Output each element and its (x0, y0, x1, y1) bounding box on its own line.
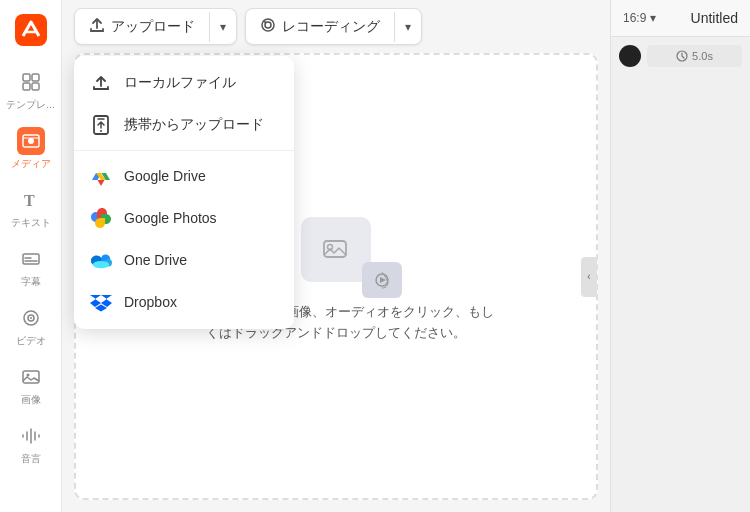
dropdown-item-local[interactable]: ローカルファイル (74, 62, 294, 104)
collapse-panel-button[interactable]: ‹ (581, 257, 597, 297)
video-icon (17, 304, 45, 332)
upload-main-button[interactable]: アップロード (75, 9, 209, 44)
right-panel-header: 16:9 ▾ Untitled (611, 0, 750, 37)
svg-point-6 (28, 138, 34, 144)
image-label: 画像 (21, 394, 41, 406)
sidebar-item-template[interactable]: テンプレ... (0, 60, 61, 119)
subtitle-icon (17, 245, 45, 273)
media-label: メディア (11, 158, 51, 170)
recording-button-group: レコーディング ▾ (245, 8, 422, 45)
right-panel: 16:9 ▾ Untitled 5.0s (610, 0, 750, 512)
text-icon: T (17, 186, 45, 214)
duration-value: 5.0s (692, 50, 713, 62)
dropdown-item-gphotos[interactable]: Google Photos (74, 197, 294, 239)
image-icon (17, 363, 45, 391)
gphotos-icon (90, 207, 112, 229)
svg-point-22 (100, 130, 102, 132)
svg-text:T: T (24, 192, 35, 209)
mobile-upload-label: 携帯からアップロード (124, 116, 264, 134)
dropdown-item-mobile[interactable]: 携帯からアップロード (74, 104, 294, 146)
dropbox-label: Dropbox (124, 294, 177, 310)
local-file-icon (90, 72, 112, 94)
aspect-ratio-chevron-icon: ▾ (650, 11, 656, 25)
sidebar-item-video[interactable]: ビデオ (0, 296, 61, 355)
upload-label: アップロード (111, 18, 195, 36)
gdrive-icon (90, 165, 112, 187)
media-placeholder-icon (286, 210, 386, 290)
upload-arrow-icon (89, 17, 105, 36)
audio-label: 音言 (21, 453, 41, 465)
svg-point-19 (264, 21, 266, 23)
template-label: テンプレ... (6, 99, 54, 111)
app-logo[interactable] (9, 8, 53, 52)
sidebar-item-audio[interactable]: 音言 (0, 414, 61, 473)
aspect-ratio-value: 16:9 (623, 11, 646, 25)
dropdown-item-dropbox[interactable]: Dropbox (74, 281, 294, 323)
media-main-icon (301, 217, 371, 282)
svg-rect-1 (23, 74, 30, 81)
svg-rect-0 (15, 14, 47, 46)
recording-dropdown-button[interactable]: ▾ (394, 12, 421, 42)
recording-main-button[interactable]: レコーディング (246, 9, 394, 44)
dropbox-icon (90, 291, 112, 313)
svg-rect-27 (324, 241, 346, 257)
audio-icon (17, 422, 45, 450)
gdrive-label: Google Drive (124, 168, 206, 184)
dropdown-divider (74, 150, 294, 151)
main-area: アップロード ▾ レコーディング ▾ (62, 0, 610, 512)
svg-point-26 (93, 261, 110, 268)
timeline-block[interactable]: 5.0s (647, 45, 742, 67)
dropdown-item-onedrive[interactable]: One Drive (74, 239, 294, 281)
timeline-row: 5.0s (619, 45, 742, 67)
sidebar-item-media[interactable]: メディア (0, 119, 61, 178)
sidebar-item-text[interactable]: T テキスト (0, 178, 61, 237)
onedrive-icon (90, 249, 112, 271)
svg-rect-9 (23, 254, 39, 264)
clock-icon (676, 50, 688, 62)
mobile-upload-icon (90, 114, 112, 136)
svg-rect-3 (23, 83, 30, 90)
recording-label: レコーディング (282, 18, 380, 36)
text-label: テキスト (11, 217, 51, 229)
dropdown-item-gdrive[interactable]: Google Drive (74, 155, 294, 197)
aspect-ratio-button[interactable]: 16:9 ▾ (623, 11, 656, 25)
media-icon (17, 127, 45, 155)
timeline-area: 5.0s (611, 37, 750, 512)
timeline-circle (619, 45, 641, 67)
svg-rect-2 (32, 74, 39, 81)
recording-icon (260, 17, 276, 36)
upload-dropdown-button[interactable]: ▾ (209, 12, 236, 42)
svg-rect-4 (32, 83, 39, 90)
project-title: Untitled (691, 10, 738, 26)
upload-button-group: アップロード ▾ (74, 8, 237, 45)
local-file-label: ローカルファイル (124, 74, 236, 92)
video-label: ビデオ (16, 335, 46, 347)
sidebar: テンプレ... メディア T テキスト 字幕 (0, 0, 62, 512)
svg-point-18 (265, 22, 271, 28)
template-icon (17, 68, 45, 96)
media-sub-icon (362, 262, 402, 298)
sidebar-item-subtitle[interactable]: 字幕 (0, 237, 61, 296)
svg-rect-15 (23, 371, 39, 383)
svg-point-16 (26, 374, 29, 377)
toolbar: アップロード ▾ レコーディング ▾ (62, 0, 610, 53)
sidebar-item-image[interactable]: 画像 (0, 355, 61, 414)
upload-dropdown-menu: ローカルファイル 携帯からアップロード (74, 56, 294, 329)
onedrive-label: One Drive (124, 252, 187, 268)
svg-point-17 (262, 19, 274, 31)
subtitle-label: 字幕 (21, 276, 41, 288)
svg-point-14 (30, 317, 32, 319)
gphotos-label: Google Photos (124, 210, 217, 226)
